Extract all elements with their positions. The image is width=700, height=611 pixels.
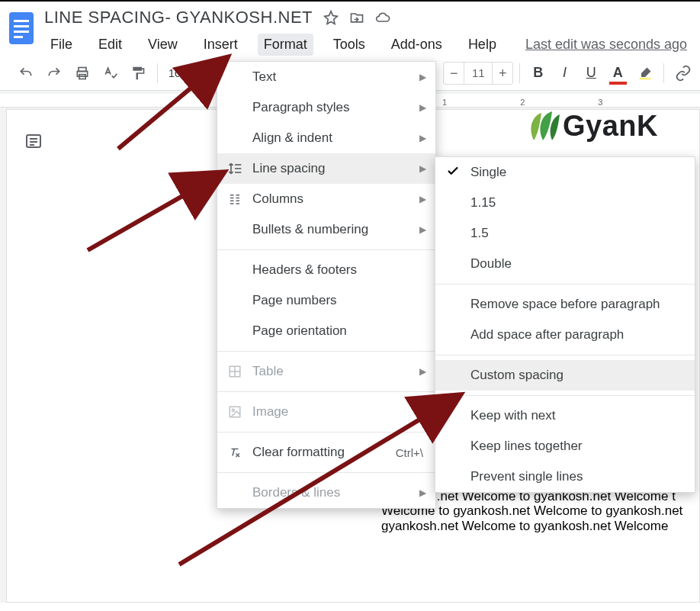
chevron-down-icon: ▼ — [202, 69, 210, 77]
bold-button[interactable]: B — [526, 60, 550, 86]
spacing-single[interactable]: Single — [435, 157, 695, 188]
custom-spacing[interactable]: Custom spacing — [435, 360, 695, 391]
underline-button[interactable]: U — [580, 60, 603, 86]
menu-line-spacing[interactable]: Line spacing▶ — [217, 153, 435, 184]
menu-page-numbers[interactable]: Page numbers — [217, 285, 435, 316]
menu-align-indent[interactable]: Align & indent▶ — [217, 123, 435, 153]
paint-format-button[interactable] — [126, 60, 151, 86]
star-icon[interactable] — [323, 10, 339, 25]
chevron-right-icon: ▶ — [419, 133, 426, 143]
spellcheck-button[interactable] — [98, 60, 123, 86]
menu-table: Table▶ — [217, 356, 435, 387]
brand-logo: GyanK — [526, 110, 694, 143]
menu-borders-lines: Borders & lines▶ — [217, 478, 435, 508]
menubar: File Edit View Insert Format Tools Add-o… — [44, 27, 694, 56]
spacing-15[interactable]: 1.5 — [435, 218, 695, 249]
menu-file[interactable]: File — [44, 34, 79, 56]
last-edit-link[interactable]: Last edit was seconds ago — [525, 37, 687, 53]
print-button[interactable] — [70, 60, 95, 86]
menu-view[interactable]: View — [142, 34, 184, 56]
leaf-icon — [526, 111, 560, 142]
svg-rect-4 — [14, 36, 23, 38]
redo-button[interactable] — [42, 60, 67, 86]
menu-columns[interactable]: Columns▶ — [217, 184, 435, 214]
menu-clear-formatting[interactable]: Clear formatting Ctrl+\ — [217, 437, 435, 468]
svg-rect-2 — [14, 25, 29, 27]
image-icon — [226, 404, 243, 420]
chevron-right-icon: ▶ — [419, 487, 426, 498]
add-space-after[interactable]: Add space after paragraph — [435, 320, 695, 350]
docs-logo[interactable] — [6, 8, 37, 49]
menu-image: Image▶ — [217, 397, 435, 427]
italic-button[interactable]: I — [553, 60, 576, 86]
menu-page-orientation[interactable]: Page orientation — [217, 316, 435, 346]
line-spacing-submenu: Single 1.15 1.5 Double Remove space befo… — [435, 156, 695, 493]
svg-rect-8 — [639, 77, 650, 79]
menu-help[interactable]: Help — [462, 34, 503, 56]
table-icon — [226, 363, 243, 380]
brand-text: GyanK — [563, 110, 658, 143]
menu-edit[interactable]: Edit — [92, 34, 128, 56]
highlight-color-button[interactable] — [633, 60, 658, 86]
menu-bullets-numbering[interactable]: Bullets & numbering▶ — [217, 214, 435, 245]
check-icon — [446, 164, 460, 182]
document-title[interactable]: LINE SPACING- GYANKOSH.NET — [44, 8, 313, 27]
menu-text[interactable]: Text▶ — [217, 62, 435, 92]
svg-rect-0 — [9, 12, 34, 44]
move-icon[interactable] — [349, 10, 364, 25]
spacing-115[interactable]: 1.15 — [435, 188, 695, 218]
keep-with-next[interactable]: Keep with next — [435, 400, 695, 431]
chevron-right-icon: ▶ — [419, 163, 426, 174]
menu-tools[interactable]: Tools — [327, 34, 371, 56]
chevron-right-icon: ▶ — [419, 407, 426, 417]
font-size-increase[interactable]: + — [493, 63, 512, 84]
font-size-value[interactable]: 11 — [464, 63, 493, 84]
shortcut-label: Ctrl+\ — [396, 446, 423, 459]
svg-rect-3 — [14, 31, 29, 33]
menu-headers-footers[interactable]: Headers & footers — [217, 255, 435, 285]
keep-lines-together[interactable]: Keep lines together — [435, 431, 695, 461]
zoom-select[interactable]: 100% ▼ — [164, 66, 214, 79]
chevron-right-icon: ▶ — [419, 224, 426, 235]
text-color-button[interactable]: A — [606, 60, 630, 86]
prevent-single-lines[interactable]: Prevent single lines — [435, 461, 695, 492]
menu-insert[interactable]: Insert — [197, 34, 244, 56]
menu-addons[interactable]: Add-ons — [385, 34, 448, 56]
zoom-value: 100% — [169, 66, 197, 79]
chevron-right-icon: ▶ — [419, 72, 426, 82]
svg-point-28 — [232, 409, 234, 411]
svg-rect-1 — [14, 20, 29, 22]
menu-format[interactable]: Format — [258, 34, 313, 56]
chevron-right-icon: ▶ — [419, 102, 426, 113]
menu-paragraph-styles[interactable]: Paragraph styles▶ — [217, 92, 435, 123]
cloud-status-icon[interactable] — [375, 10, 390, 25]
clear-format-icon — [226, 444, 243, 461]
chevron-right-icon: ▶ — [419, 194, 426, 204]
columns-icon — [226, 191, 243, 207]
font-size-decrease[interactable]: − — [444, 63, 464, 84]
chevron-right-icon: ▶ — [419, 366, 426, 377]
svg-rect-27 — [230, 407, 240, 417]
undo-button[interactable] — [14, 60, 39, 86]
spacing-double[interactable]: Double — [435, 249, 695, 279]
format-menu: Text▶ Paragraph styles▶ Align & indent▶ … — [217, 61, 436, 509]
remove-space-before[interactable]: Remove space before paragraph — [435, 289, 695, 320]
font-size-stepper: − 11 + — [443, 62, 513, 85]
outline-button[interactable] — [18, 126, 49, 156]
insert-link-button[interactable] — [670, 60, 695, 86]
line-spacing-icon — [226, 160, 243, 177]
